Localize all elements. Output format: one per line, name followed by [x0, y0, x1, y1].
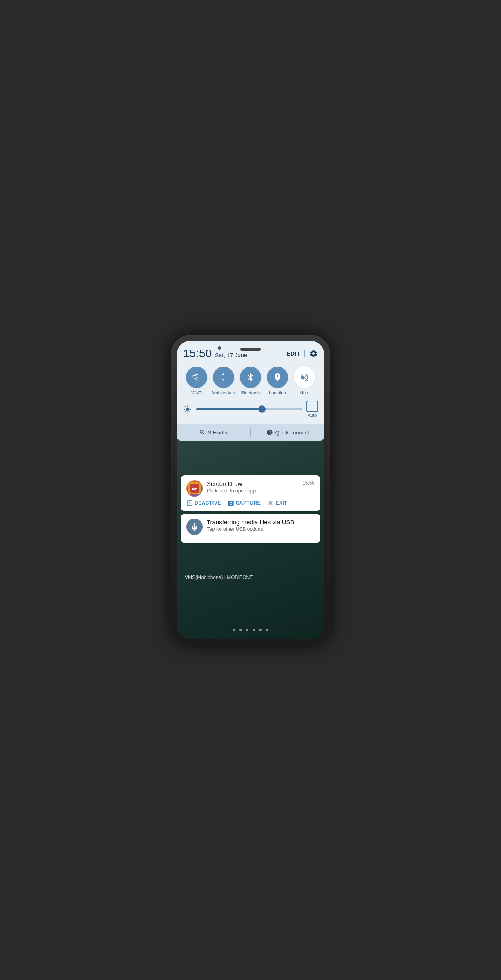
svg-point-0	[269, 432, 271, 433]
usb-symbol-icon	[190, 522, 199, 531]
quickconnect-icon	[266, 429, 273, 436]
phone-hardware-top	[171, 335, 330, 357]
dot-2	[239, 629, 242, 631]
deactive-icon	[186, 500, 193, 506]
auto-label: Auto	[308, 413, 317, 418]
bluetooth-label: Bluetooth	[241, 390, 260, 396]
exit-action-btn[interactable]: EXIT	[267, 500, 287, 506]
brightness-fill	[196, 408, 262, 410]
location-label: Location	[269, 390, 286, 396]
wifi-label: Wi-Fi	[191, 390, 202, 396]
notif-usb-header: Transferring media files via USB Tap for…	[186, 519, 315, 535]
dot-1	[233, 629, 235, 631]
phone-screen: 15:50 Sat, 17 June EDIT	[177, 341, 324, 639]
dot-6	[266, 629, 268, 631]
auto-checkbox[interactable]	[306, 401, 318, 412]
phone-frame: 15:50 Sat, 17 June EDIT	[171, 335, 330, 645]
quickconnect-label: Quick connect	[275, 430, 309, 436]
toggle-mute[interactable]: Mute	[291, 367, 318, 396]
capture-label: CAPTURE	[236, 500, 261, 506]
notification-usb: Transferring media files via USB Tap for…	[181, 514, 320, 543]
bluetooth-toggle-circle[interactable]	[240, 367, 261, 388]
screen-draw-actions: DEACTIVE CAPTURE	[186, 500, 315, 506]
dot-3	[246, 629, 248, 631]
auto-control: Auto	[306, 401, 318, 418]
quickconnect-button[interactable]: Quick connect	[251, 424, 325, 441]
sfinder-icon	[199, 429, 206, 436]
toggle-mobile-data[interactable]: Mobile data	[210, 367, 237, 396]
svg-text:✏: ✏	[192, 486, 197, 492]
app-icon-graphic: ✏	[188, 482, 201, 494]
deactive-action-btn[interactable]: DEACTIVE	[186, 500, 221, 506]
earpiece-speaker	[240, 348, 261, 351]
screen-draw-app-icon: ✏	[186, 480, 203, 497]
notif-screen-draw-header: ✏ Screen Draw Click here to open app 15:…	[186, 480, 315, 497]
finder-quickconnect-row: S Finder Quick connect	[177, 424, 324, 441]
sfinder-button[interactable]: S Finder	[177, 424, 250, 441]
capture-icon	[228, 500, 234, 506]
sfinder-label: S Finder	[208, 430, 228, 436]
screen-draw-subtitle: Click here to open app	[207, 488, 298, 494]
screen-draw-title: Screen Draw	[207, 480, 298, 487]
mute-toggle-circle[interactable]	[294, 367, 315, 388]
capture-action-btn[interactable]: CAPTURE	[228, 500, 261, 506]
front-camera	[218, 346, 221, 350]
deactive-label: DEACTIVE	[195, 500, 221, 506]
usb-app-icon	[186, 519, 203, 535]
mobile-data-label: Mobile data	[212, 390, 235, 396]
exit-icon	[267, 500, 274, 506]
notifications-area: ✏ Screen Draw Click here to open app 15:…	[181, 475, 320, 543]
location-toggle-circle[interactable]	[267, 367, 288, 388]
toggle-bluetooth[interactable]: Bluetooth	[237, 367, 264, 396]
brightness-icon	[183, 405, 192, 414]
home-dots	[233, 629, 268, 631]
usb-subtitle: Tap for other USB options.	[207, 526, 315, 532]
brightness-slider-track[interactable]	[196, 408, 302, 410]
brightness-thumb[interactable]	[258, 405, 266, 413]
exit-label: EXIT	[275, 500, 287, 506]
notification-screen-draw: ✏ Screen Draw Click here to open app 15:…	[181, 475, 320, 511]
usb-text: Transferring media files via USB Tap for…	[207, 519, 315, 532]
dot-4	[253, 629, 255, 631]
screen-draw-text: Screen Draw Click here to open app	[207, 480, 298, 494]
screen-draw-time: 15:50	[302, 480, 315, 486]
mobile-data-toggle-circle[interactable]	[213, 367, 234, 388]
svg-line-5	[188, 502, 190, 504]
wifi-toggle-circle[interactable]	[186, 367, 207, 388]
toggle-row: Wi-Fi Mobile data	[183, 367, 318, 396]
toggle-wifi[interactable]: Wi-Fi	[183, 367, 210, 396]
mute-label: Mute	[300, 390, 309, 396]
usb-title: Transferring media files via USB	[207, 519, 315, 526]
dot-5	[259, 629, 262, 631]
carrier-text: VMS(Mobiphone) | MOBIFONE	[185, 575, 253, 580]
toggle-location[interactable]: Location	[264, 367, 291, 396]
brightness-row: Auto	[183, 401, 318, 418]
